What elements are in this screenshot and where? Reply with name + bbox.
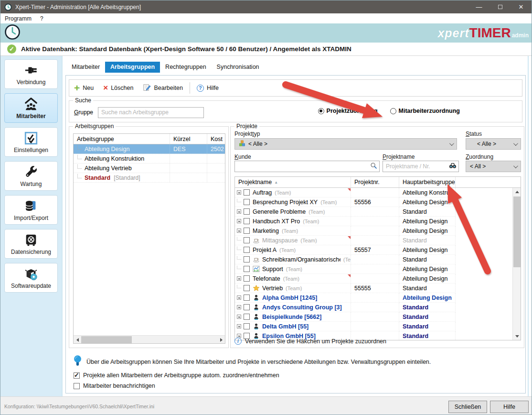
project-row[interactable]: Auftrag(Team)Abteilung Konstru.. bbox=[235, 188, 521, 197]
col-projektname[interactable]: Projektname ▲ bbox=[235, 177, 351, 187]
kunde-input[interactable] bbox=[237, 163, 370, 170]
edit-button[interactable]: Bearbeiten bbox=[138, 80, 187, 96]
sidebar-item-mitarbeiter[interactable]: Mitarbeiter bbox=[4, 93, 58, 123]
expand-plus-icon[interactable] bbox=[237, 305, 241, 309]
project-checkbox[interactable] bbox=[244, 199, 250, 205]
tab-rechtegruppen[interactable]: Rechtegruppen bbox=[160, 62, 211, 73]
new-button[interactable]: + Neu bbox=[69, 80, 98, 96]
tab-mitarbeiter[interactable]: Mitarbeiter bbox=[66, 62, 105, 73]
project-checkbox[interactable] bbox=[244, 285, 250, 291]
project-row[interactable]: Handbuch XT Pro(Team)Abteilung Design bbox=[235, 217, 521, 226]
col-projektnr[interactable]: Projektnr. bbox=[351, 177, 399, 187]
expand-plus-icon[interactable] bbox=[237, 276, 241, 281]
vertical-scroll-thumb[interactable] bbox=[513, 197, 521, 267]
horizontal-scroll-thumb[interactable] bbox=[81, 336, 132, 343]
status-dropdown[interactable]: < Alle > bbox=[466, 138, 521, 150]
project-row[interactable]: Vertrieb(Team)55555Standard bbox=[235, 284, 521, 293]
delete-button[interactable]: × Löschen bbox=[98, 80, 138, 96]
project-checkbox[interactable] bbox=[244, 237, 250, 243]
radio-mitarbeiterzuordnung[interactable]: Mitarbeiterzuordnung bbox=[390, 108, 460, 114]
project-checkbox[interactable] bbox=[244, 266, 250, 272]
project-row[interactable]: Delta GmbH [55]Standard bbox=[235, 322, 521, 331]
close-button[interactable]: ✕ bbox=[511, 0, 532, 13]
project-row[interactable]: Beispielkunde [5662]Standard bbox=[235, 312, 521, 322]
expand-plus-icon[interactable] bbox=[237, 190, 241, 195]
workgroup-row[interactable]: Abteilung Konstruktion bbox=[74, 154, 225, 164]
project-row[interactable]: Schreibkram/Organisatorisches(TeStandard bbox=[235, 255, 521, 264]
workgroup-row[interactable]: Standard[Standard] bbox=[74, 173, 225, 183]
help-button[interactable]: ? Hilfe bbox=[192, 80, 223, 96]
workgroup-row[interactable]: Abteilung Vertrieb bbox=[74, 164, 225, 173]
project-row[interactable]: Telefonate(Team)Abteilung Design bbox=[235, 274, 521, 284]
project-checkbox[interactable] bbox=[244, 295, 250, 301]
vertical-scrollbar[interactable] bbox=[512, 188, 521, 340]
project-checkbox[interactable] bbox=[244, 323, 250, 329]
horizontal-scrollbar[interactable] bbox=[74, 335, 225, 343]
sidebar-item-datensicherung[interactable]: Datensicherung bbox=[4, 229, 58, 259]
projekttyp-dropdown[interactable]: < Alle > bbox=[234, 138, 457, 150]
scroll-up-arrow[interactable] bbox=[513, 188, 521, 196]
minimize-button[interactable]: — bbox=[468, 0, 489, 13]
project-main-workgroup: Abteilung Design bbox=[399, 293, 456, 303]
auto-assign-checkbox-row[interactable]: Projekte allen Mitarbeitern der Arbeitsg… bbox=[74, 372, 279, 379]
maximize-button[interactable] bbox=[489, 0, 511, 13]
expand-plus-icon[interactable] bbox=[237, 209, 241, 214]
brand-timer: TIMER bbox=[469, 25, 511, 41]
expand-plus-icon[interactable] bbox=[237, 229, 241, 233]
tab-synchronisation[interactable]: Synchronisation bbox=[212, 62, 265, 73]
zuordnung-dropdown[interactable]: < All > bbox=[466, 161, 521, 172]
checkbox-checked-icon[interactable] bbox=[74, 372, 80, 379]
scroll-right-arrow[interactable] bbox=[217, 336, 225, 344]
project-checkbox[interactable] bbox=[244, 189, 250, 196]
expand-plus-icon[interactable] bbox=[237, 219, 241, 223]
project-row[interactable]: Generelle Probleme(Team)Standard bbox=[235, 207, 521, 217]
workgroup-kost bbox=[207, 164, 225, 173]
project-row[interactable]: Mittagspause(Team)Standard bbox=[235, 236, 521, 245]
radio-projektzuordnung[interactable]: Projektzuordnung bbox=[318, 108, 378, 114]
col-kuerzel[interactable]: Kürzel bbox=[170, 134, 207, 144]
sidebar-item-softwareupdate[interactable]: Softwareupdate bbox=[4, 263, 58, 293]
sidebar-item-einstellungen[interactable]: Einstellungen bbox=[4, 127, 58, 157]
binoculars-icon[interactable] bbox=[449, 163, 457, 170]
sidebar-item-import-export[interactable]: Import/Export bbox=[4, 195, 58, 225]
tab-arbeitsgruppen[interactable]: Arbeitsgruppen bbox=[105, 62, 160, 73]
help-dialog-button[interactable]: Hilfe bbox=[490, 401, 529, 413]
close-dialog-button[interactable]: Schließen bbox=[448, 401, 487, 413]
project-checkbox[interactable] bbox=[244, 304, 250, 310]
project-row[interactable]: Marketing(Team)Abteilung Design bbox=[235, 226, 521, 236]
project-checkbox[interactable] bbox=[244, 208, 250, 215]
projektname-input[interactable] bbox=[385, 163, 449, 170]
project-row[interactable]: Andys Consulting Group [3]Standard bbox=[235, 303, 521, 312]
project-row[interactable]: Alpha GmbH [1245]Abteilung Design bbox=[235, 293, 521, 303]
project-checkbox[interactable] bbox=[244, 218, 250, 224]
workgroup-row[interactable]: Abteilung DesignDES2502 bbox=[74, 144, 225, 154]
project-checkbox[interactable] bbox=[244, 228, 250, 234]
sidebar-item-wartung[interactable]: Wartung bbox=[4, 161, 58, 191]
scroll-left-arrow[interactable] bbox=[74, 336, 81, 344]
search-icon[interactable] bbox=[370, 162, 377, 171]
sidebar-item-label: Wartung bbox=[21, 181, 42, 187]
menu-help[interactable]: ? bbox=[36, 14, 48, 23]
menu-programm[interactable]: Programm bbox=[0, 14, 36, 23]
project-row[interactable]: Support(Team)Abteilung Design bbox=[235, 264, 521, 274]
project-row[interactable]: Besprechung Projekt XY(Team)55556Abteilu… bbox=[235, 197, 521, 207]
sidebar-item-verbindung[interactable]: Verbindung bbox=[4, 59, 58, 89]
zuordnung-value: < All > bbox=[470, 163, 486, 170]
col-kost[interactable]: Kost bbox=[207, 134, 225, 144]
project-row[interactable]: Projekt A(Team)55557Abteilung Design bbox=[235, 245, 521, 255]
col-arbeitsgruppe[interactable]: Arbeitsgruppe bbox=[74, 134, 170, 144]
expand-plus-icon[interactable] bbox=[237, 324, 241, 328]
col-hauptarbeitsgruppe[interactable]: Hauptarbeitsgruppe bbox=[399, 177, 456, 187]
project-checkbox[interactable] bbox=[244, 256, 250, 262]
project-checkbox[interactable] bbox=[244, 314, 250, 320]
checkbox-unchecked-icon[interactable] bbox=[74, 383, 80, 389]
expand-plus-icon[interactable] bbox=[237, 315, 241, 319]
notify-checkbox-row[interactable]: Mitarbeiter benachrichtigen bbox=[74, 382, 155, 389]
project-checkbox[interactable] bbox=[244, 275, 250, 282]
project-checkbox[interactable] bbox=[244, 247, 250, 253]
scroll-down-arrow[interactable] bbox=[513, 332, 521, 340]
tree-branch-icon bbox=[237, 199, 241, 202]
expand-plus-icon[interactable] bbox=[237, 295, 241, 300]
tree-branch-icon bbox=[237, 266, 241, 269]
workgroup-search-input[interactable] bbox=[98, 107, 204, 118]
